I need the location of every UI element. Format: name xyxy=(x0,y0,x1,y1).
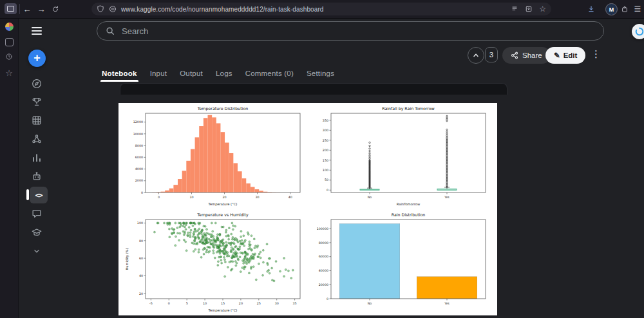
svg-text:8000: 8000 xyxy=(135,144,143,147)
sidebar-item-benchmarks[interactable] xyxy=(31,171,43,182)
svg-text:No: No xyxy=(368,302,372,305)
svg-text:Temperature (°C): Temperature (°C) xyxy=(208,308,238,313)
svg-text:20: 20 xyxy=(239,302,243,305)
sidebar-item-analytics[interactable] xyxy=(31,152,43,164)
browser-profile-avatar[interactable]: M xyxy=(605,3,618,15)
svg-text:Rainfall by Rain Tomorrow: Rainfall by Rain Tomorrow xyxy=(382,106,435,111)
tab-notebook[interactable]: Notebook xyxy=(102,70,137,79)
svg-text:Yes: Yes xyxy=(444,196,450,199)
svg-text:40000: 40000 xyxy=(319,269,328,272)
bookmarks-panel-icon[interactable] xyxy=(5,37,14,46)
notebook-cell-fragment[interactable] xyxy=(120,83,507,95)
chart-rainfall-by-rain-tomorrow: 050100150200250300350NoYesRainfall by Ra… xyxy=(309,105,491,207)
svg-text:250: 250 xyxy=(323,139,328,142)
search-bar[interactable] xyxy=(97,21,604,41)
history-icon[interactable] xyxy=(5,52,14,61)
sidebar-item-more[interactable] xyxy=(31,245,43,257)
svg-text:RainTomorrow: RainTomorrow xyxy=(397,202,421,206)
svg-text:60: 60 xyxy=(139,257,143,260)
back-icon[interactable]: ← xyxy=(21,0,33,18)
app-menu-icon[interactable]: ☰ xyxy=(631,0,644,18)
extensions-icon[interactable] xyxy=(618,0,631,18)
share-button[interactable]: Share xyxy=(502,47,551,64)
sidebar-item-models[interactable] xyxy=(31,133,43,145)
svg-text:25: 25 xyxy=(257,302,261,305)
shield-icon[interactable] xyxy=(97,5,104,13)
edit-label: Edit xyxy=(564,51,578,59)
chevron-down-icon xyxy=(31,245,43,257)
sidebar-item-discussions[interactable] xyxy=(31,208,43,220)
svg-text:20: 20 xyxy=(139,292,143,295)
sidebar-item-code[interactable]: <> xyxy=(32,189,45,201)
colorful-extension-icon[interactable] xyxy=(5,22,14,31)
svg-text:5: 5 xyxy=(186,302,188,305)
svg-text:100: 100 xyxy=(137,221,143,225)
create-button[interactable]: + xyxy=(28,50,46,67)
model-nodes-icon xyxy=(31,133,43,145)
svg-text:50: 50 xyxy=(325,178,328,182)
reload-icon[interactable] xyxy=(49,0,62,18)
sidebar-item-competitions[interactable] xyxy=(31,96,43,108)
svg-text:Temperature Distribution: Temperature Distribution xyxy=(197,106,249,111)
floating-assistant-widget[interactable] xyxy=(632,24,644,39)
url-text[interactable]: www.kaggle.com/code/nournanmohameddddd12… xyxy=(121,6,324,13)
graduation-cap-icon xyxy=(31,227,43,238)
forward-icon[interactable]: → xyxy=(35,0,48,18)
svg-text:6000: 6000 xyxy=(135,156,143,159)
svg-text:15: 15 xyxy=(221,302,225,305)
svg-text:350: 350 xyxy=(323,119,328,122)
browser-topbar: ← → www.kaggle.com/code/nournanmohameddd… xyxy=(0,0,644,19)
svg-text:80000: 80000 xyxy=(319,241,328,245)
tab-settings[interactable]: Settings xyxy=(307,70,334,79)
favorites-star-icon[interactable]: ☆ xyxy=(5,68,14,77)
bookmark-star-icon[interactable]: ☆ xyxy=(539,5,546,14)
search-input[interactable] xyxy=(120,26,564,37)
sidebar-item-explore[interactable] xyxy=(31,78,43,89)
pencil-icon: ✎ xyxy=(554,51,560,60)
notebook-actions: 3 Share ✎ Edit ⋮ xyxy=(0,47,644,64)
edit-button[interactable]: ✎ Edit xyxy=(545,47,585,64)
browser-tab-icon[interactable] xyxy=(5,3,17,14)
extensions-icon xyxy=(621,5,629,13)
svg-text:0: 0 xyxy=(158,196,160,199)
svg-text:200: 200 xyxy=(323,149,328,152)
downloads-icon[interactable] xyxy=(585,0,598,18)
site-permissions-icon[interactable] xyxy=(109,5,117,13)
sidebar-item-datasets[interactable] xyxy=(31,115,43,126)
svg-text:100: 100 xyxy=(323,169,328,172)
svg-text:No: No xyxy=(368,196,372,199)
vote-count[interactable]: 3 xyxy=(485,47,498,62)
colorful-extension-icon xyxy=(5,23,14,31)
svg-text:Humidity (%): Humidity (%) xyxy=(125,248,129,270)
caret-up-icon xyxy=(472,51,480,59)
trophy-icon xyxy=(31,96,43,108)
tab-comments[interactable]: Comments (0) xyxy=(245,70,294,79)
svg-text:60000: 60000 xyxy=(319,255,328,258)
chart-rain-distribution: 020000400006000080000100000NoYesRain Dis… xyxy=(309,211,491,313)
svg-text:20000: 20000 xyxy=(319,283,328,286)
svg-text:Yes: Yes xyxy=(444,302,450,305)
upvote-button[interactable] xyxy=(468,47,484,64)
reload-icon xyxy=(52,5,59,13)
more-options-icon[interactable]: ⋮ xyxy=(591,48,601,60)
svg-text:0: 0 xyxy=(327,297,328,301)
chart-temperature-distribution: 020004000600080001000012000010203040Temp… xyxy=(124,105,305,207)
svg-text:0: 0 xyxy=(168,302,170,305)
comment-icon xyxy=(31,208,43,220)
tab-logs[interactable]: Logs xyxy=(216,70,232,79)
downloads-icon xyxy=(587,5,595,13)
save-page-icon[interactable] xyxy=(525,5,533,13)
svg-text:10: 10 xyxy=(203,302,207,305)
hamburger-menu-icon[interactable] xyxy=(32,27,42,35)
address-bar[interactable]: www.kaggle.com/code/nournanmohameddddd12… xyxy=(91,3,551,15)
tab-output[interactable]: Output xyxy=(180,70,203,79)
svg-text:150: 150 xyxy=(323,159,328,162)
chart-temperature-vs-humidity: 20406080100-505101520253035Temperature v… xyxy=(124,211,305,313)
sidebar-item-learn[interactable] xyxy=(31,227,43,238)
share-icon xyxy=(511,51,518,59)
reader-view-icon[interactable] xyxy=(511,5,518,13)
screen: ← → www.kaggle.com/code/nournanmohameddd… xyxy=(0,0,644,318)
tab-input[interactable]: Input xyxy=(150,70,167,79)
bookmarks-panel-icon xyxy=(5,38,14,46)
svg-text:4000: 4000 xyxy=(135,167,143,171)
